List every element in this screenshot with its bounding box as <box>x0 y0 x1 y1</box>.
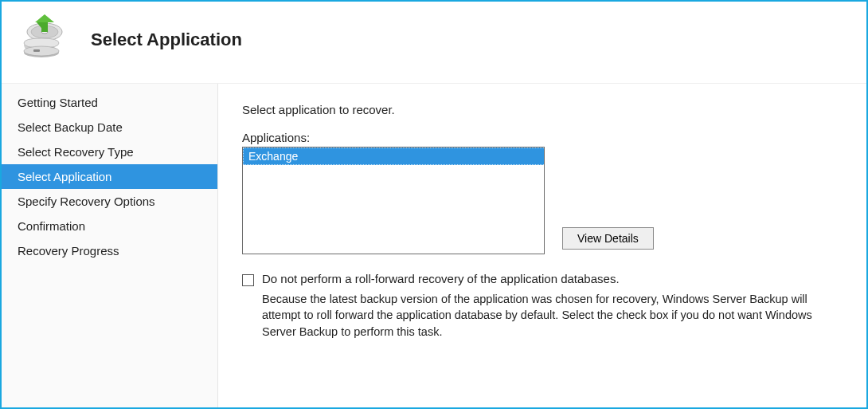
instruction-text: Select application to recover. <box>242 103 836 116</box>
sidebar-item-confirmation[interactable]: Confirmation <box>2 214 217 238</box>
applications-label: Applications: <box>242 131 836 144</box>
sidebar-item-select-application[interactable]: Select Application <box>2 164 217 189</box>
wizard-window: Select Application Getting Started Selec… <box>0 0 868 409</box>
header: Select Application <box>2 2 866 83</box>
rollforward-checkbox[interactable] <box>242 274 254 286</box>
sidebar-item-recovery-progress[interactable]: Recovery Progress <box>2 238 217 263</box>
sidebar-item-select-recovery-type[interactable]: Select Recovery Type <box>2 140 217 164</box>
list-item[interactable]: Exchange <box>243 147 544 165</box>
svg-rect-5 <box>33 49 40 52</box>
sidebar-item-getting-started[interactable]: Getting Started <box>2 90 217 115</box>
applications-row: Exchange View Details <box>242 147 836 254</box>
page-title: Select Application <box>91 29 242 50</box>
main-panel: Select application to recover. Applicati… <box>218 84 866 407</box>
rollforward-helper-text: Because the latest backup version of the… <box>262 291 835 340</box>
view-details-button[interactable]: View Details <box>562 227 654 250</box>
content: Getting Started Select Backup Date Selec… <box>2 83 866 407</box>
sidebar-item-select-backup-date[interactable]: Select Backup Date <box>2 115 217 140</box>
rollforward-checkbox-row: Do not perform a roll-forward recovery o… <box>242 272 836 286</box>
recovery-disc-icon <box>18 14 68 65</box>
sidebar-item-specify-recovery-options[interactable]: Specify Recovery Options <box>2 189 217 214</box>
sidebar: Getting Started Select Backup Date Selec… <box>2 84 218 407</box>
applications-listbox[interactable]: Exchange <box>242 147 545 254</box>
rollforward-checkbox-label: Do not perform a roll-forward recovery o… <box>262 272 620 285</box>
svg-point-4 <box>24 46 59 56</box>
